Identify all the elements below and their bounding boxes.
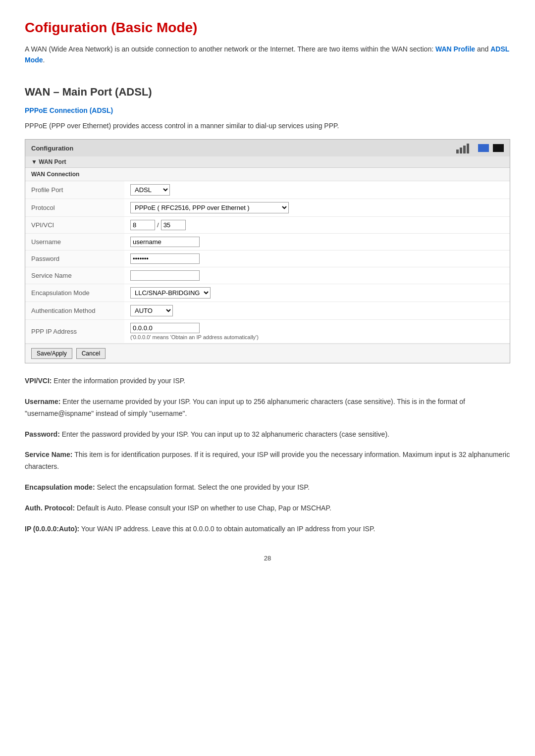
field-value-password [124,251,510,267]
svg-rect-1 [460,148,462,153]
intro-paragraph: A WAN (Wide Area Network) is an outside … [25,44,510,66]
section-title: WAN – Main Port (ADSL) [25,86,510,99]
table-row: Service Name [25,267,510,284]
profile-port-select[interactable]: ADSL VDSL Ethernet [130,184,170,196]
save-apply-button[interactable]: Save/Apply [31,348,72,359]
username-input[interactable] [130,237,200,247]
field-value-vpi-vci: / [124,217,510,234]
desc-vpi-vci: VPI/VCI: Enter the information provided … [25,375,510,387]
field-value-username [124,234,510,251]
table-row: Password [25,251,510,267]
desc-username: Username: Enter the username provided by… [25,396,510,420]
auth-method-select[interactable]: AUTO CHAP PAP MSCHAP [130,305,173,316]
field-label-auth-method: Authentication Method [25,302,124,320]
table-row: Encapsulation Mode LLC/SNAP-BRIDGING VC/… [25,284,510,302]
desc-encapsulation: Encapsulation mode: Select the encapsula… [25,482,510,494]
field-value-encapsulation: LLC/SNAP-BRIDGING VC/MUX [124,284,510,302]
pppoe-description: PPPoE (PPP over Ethernet) provides acces… [25,120,510,131]
field-label-password: Password [25,251,124,267]
config-header-icons [456,143,504,153]
subsection-title: PPPoE Connection (ADSL) [25,106,510,114]
config-form-table: Profile Port ADSL VDSL Ethernet Protocol… [25,181,510,344]
protocol-select[interactable]: PPPoE ( RFC2516, PPP over Ethernet ) PPP… [130,202,289,213]
desc-password: Password: Enter the password provided by… [25,429,510,441]
page-number: 28 [25,554,510,562]
vci-input[interactable] [161,220,186,230]
field-label-ppp-ip: PPP IP Address [25,320,124,344]
password-input[interactable] [130,253,200,264]
wan-profile-link[interactable]: WAN Profile [435,45,475,53]
table-row: PPP IP Address ('0.0.0.0' means 'Obtain … [25,320,510,344]
table-row: Profile Port ADSL VDSL Ethernet [25,181,510,199]
svg-rect-3 [467,144,469,153]
field-label-service-name: Service Name [25,267,124,284]
desc-service-name: Service Name: This item is for identific… [25,449,510,473]
ppp-ip-hint: ('0.0.0.0' means 'Obtain an IP address a… [130,334,504,340]
table-row: Protocol PPPoE ( RFC2516, PPP over Ether… [25,199,510,217]
field-label-profile-port: Profile Port [25,181,124,199]
field-value-ppp-ip: ('0.0.0.0' means 'Obtain an IP address a… [124,320,510,344]
icon-box-blue [478,144,489,152]
field-value-service-name [124,267,510,284]
form-footer: Save/Apply Cancel [25,344,510,363]
wan-connection-label: WAN Connection [25,168,510,181]
field-label-encapsulation: Encapsulation Mode [25,284,124,302]
field-label-username: Username [25,234,124,251]
desc-ip-address: IP (0.0.0.0:Auto): Your WAN IP address. … [25,523,510,535]
service-name-input[interactable] [130,270,200,281]
cancel-button[interactable]: Cancel [76,348,106,359]
table-row: Authentication Method AUTO CHAP PAP MSCH… [25,302,510,320]
ppp-ip-input[interactable] [130,323,200,333]
svg-rect-2 [463,146,466,153]
icon-box-black [493,144,504,152]
field-label-protocol: Protocol [25,199,124,217]
configuration-box: Configuration ▼ WAN Port WAN Connection … [25,139,510,363]
field-value-auth-method: AUTO CHAP PAP MSCHAP [124,302,510,320]
config-header: Configuration [25,140,510,156]
field-value-protocol: PPPoE ( RFC2516, PPP over Ethernet ) PPP… [124,199,510,217]
page-title: Cofiguration (Basic Mode) [25,20,510,36]
encapsulation-select[interactable]: LLC/SNAP-BRIDGING VC/MUX [130,287,211,299]
field-value-profile-port: ADSL VDSL Ethernet [124,181,510,199]
svg-rect-0 [456,150,459,153]
field-label-vpi-vci: VPI/VCI [25,217,124,234]
table-row: Username [25,234,510,251]
vpi-input[interactable] [130,220,155,230]
desc-auth-protocol: Auth. Protocol: Default is Auto. Please … [25,503,510,514]
config-header-label: Configuration [31,145,73,152]
wan-port-label: ▼ WAN Port [25,156,510,168]
signal-icon [456,143,474,153]
table-row: VPI/VCI / [25,217,510,234]
